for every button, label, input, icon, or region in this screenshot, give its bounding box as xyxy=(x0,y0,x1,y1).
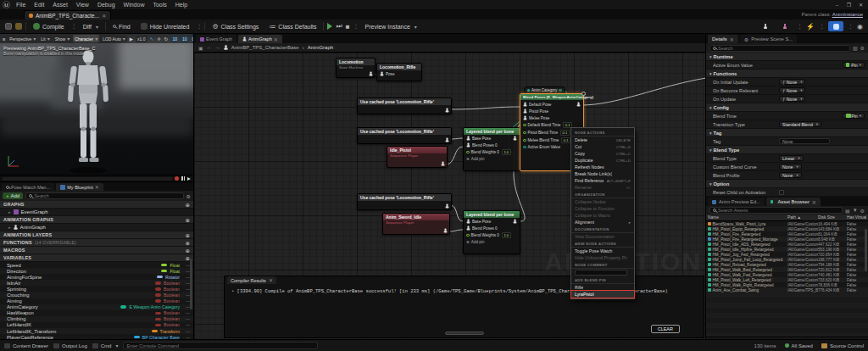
menu-item[interactable]: Tools xyxy=(148,2,170,8)
variable-row[interactable]: Crouching Boolean — xyxy=(0,292,193,298)
source-control-status[interactable]: Source Control xyxy=(821,343,864,348)
context-menu-item[interactable]: Copy CTRL+C xyxy=(571,150,634,157)
filter-icon[interactable]: ▼ xyxy=(853,208,858,213)
variable-row[interactable]: Climbing Boolean — xyxy=(0,316,193,322)
variable-visibility-icon[interactable]: — xyxy=(183,292,190,298)
tab-anim-preview-editor[interactable]: Anim Preview Ed... xyxy=(708,198,765,206)
context-menu-item[interactable]: Collapse to Macro xyxy=(571,212,634,219)
content-drawer-button[interactable]: Content Drawer xyxy=(4,343,48,348)
transition-type-dropdown[interactable]: Standard Blend xyxy=(779,121,821,128)
back-icon[interactable]: ← xyxy=(207,45,212,50)
display-filter-icon[interactable]: ▥ xyxy=(853,45,858,51)
menu-item[interactable]: File xyxy=(12,2,30,8)
variable-visibility-icon[interactable]: — xyxy=(183,329,190,334)
settings-gear-icon[interactable]: ⚙ xyxy=(860,45,865,51)
close-tab-icon[interactable] xyxy=(730,36,734,42)
asset-row[interactable]: HM_Pistol_Idle_ADS_Retargeted /All/Game/… xyxy=(706,242,868,247)
on-initial-update-dropdown[interactable]: ƒNone xyxy=(779,79,805,86)
blend-profile-dropdown[interactable]: None xyxy=(779,172,802,179)
maximize-button[interactable]: ❐ xyxy=(843,1,854,8)
asset-row[interactable]: HM_Pistol_Jog_Fwd_Retargeted /All/Game/C… xyxy=(706,252,868,257)
pose-input-pin[interactable] xyxy=(381,72,384,76)
add-pin-button[interactable]: Add pin xyxy=(464,239,520,245)
menu-item[interactable]: Debug xyxy=(93,2,120,8)
add-button[interactable]: +Add xyxy=(3,192,23,199)
frame-skip-icon[interactable]: ⏭ xyxy=(336,22,342,31)
context-menu-item[interactable]: Rename F2 xyxy=(571,184,634,191)
context-menu-item[interactable]: Hide Unbound Property Pins xyxy=(571,254,634,261)
float-input-pin[interactable] xyxy=(523,124,526,127)
asset-row[interactable]: HM_Pistol_Jump_Fall_Loop_Retargeted /All… xyxy=(706,257,868,262)
asset-row[interactable]: HM_Pistol_Reload_Retargeted /All/Game/Cu… xyxy=(706,262,868,267)
grid-snap-value[interactable]: 10 xyxy=(170,36,179,42)
find-button[interactable]: Find xyxy=(109,22,134,31)
section-animation-graphs[interactable]: ANIMATION GRAPHS⊕ xyxy=(0,216,193,224)
column-has-virtualized-data[interactable]: Has Virtualized Data xyxy=(847,215,866,220)
scrollbar[interactable] xyxy=(865,229,867,271)
node-layered-blend-1[interactable]: Layered blend per bone Base Pose Blend P… xyxy=(463,127,520,171)
viewport-option-button[interactable]: LOD Auto xyxy=(101,35,127,42)
menu-item[interactable]: Window xyxy=(120,2,149,8)
bookmarks-icon[interactable]: ▣ xyxy=(198,45,203,51)
rotation-snap-value[interactable]: 10 xyxy=(181,36,189,42)
context-menu-item[interactable]: NODE COMMENT xyxy=(571,262,634,269)
my-blueprint-search[interactable] xyxy=(25,192,183,199)
section-config[interactable]: Config xyxy=(706,103,868,112)
section-tag[interactable]: Tag xyxy=(706,129,868,137)
column-name[interactable]: Name xyxy=(708,215,787,220)
rotate-tool-icon[interactable]: ↻ xyxy=(164,36,170,42)
select-tool-icon[interactable]: ↖ xyxy=(149,36,155,42)
tab-anim-graph[interactable]: AnimGraph xyxy=(238,35,282,43)
minimize-button[interactable]: – xyxy=(832,1,843,8)
column-path[interactable]: Path ▲ xyxy=(787,215,818,220)
add-function-icon[interactable]: ⊕ xyxy=(186,240,190,246)
debug-options-icon[interactable]: ⋮ xyxy=(848,23,853,30)
variable-row[interactable]: LeftHandIK Boolean — xyxy=(0,322,193,328)
enum-output-pin[interactable] xyxy=(559,89,562,92)
console-command-box[interactable] xyxy=(123,342,318,349)
add-graph-icon[interactable]: ⊕ xyxy=(186,202,190,208)
tab-pose-watch-manager[interactable]: Pose Watch Man... xyxy=(2,183,54,191)
browse-content-icon[interactable] xyxy=(15,23,22,30)
pose-output-pin[interactable] xyxy=(446,109,449,113)
weight-value[interactable]: 1.0 xyxy=(502,149,511,155)
all-saved-status[interactable]: All Saved xyxy=(785,343,813,348)
pose-output-pin[interactable] xyxy=(446,204,449,209)
blend-weight-pin[interactable] xyxy=(466,234,470,237)
hide-unrelated-options-icon[interactable]: ⋮ xyxy=(196,23,201,30)
section-functions[interactable]: FUNCTIONS(14 OVERRIDABLE)⊕ xyxy=(0,239,193,247)
variable-visibility-icon[interactable]: — xyxy=(183,310,190,315)
asset-document-tab[interactable]: AnimBP_TPS_Characte... xyxy=(24,10,111,20)
play-speed-icon[interactable]: ▶ xyxy=(129,36,134,42)
pose-output-pin[interactable] xyxy=(514,136,517,141)
blend-type-dropdown[interactable]: Linear xyxy=(779,155,804,162)
variable-visibility-icon[interactable]: — xyxy=(183,275,190,280)
variable-row[interactable]: Speed Float — xyxy=(0,262,193,268)
more-options-icon[interactable]: ⋮ xyxy=(797,23,802,30)
blend-time-pin-dropdown[interactable]: Pin xyxy=(843,113,865,120)
item-event-graph[interactable]: ▸EventGraph xyxy=(0,209,193,216)
asset-table-header[interactable]: Name Path ▲ Disk Size Has Virtualized Da… xyxy=(706,214,868,221)
details-search-input[interactable] xyxy=(718,46,847,51)
pose-output-pin[interactable] xyxy=(446,138,449,142)
parent-class-link[interactable]: AnimInstance xyxy=(832,12,863,17)
context-menu-item[interactable]: Collapse to Function xyxy=(571,205,634,212)
tab-compiler-results[interactable]: Compiler Results xyxy=(227,276,276,284)
play-icon[interactable] xyxy=(327,23,332,30)
asset-row[interactable]: BlendSpace_Walk_Pistol_Lyra /All/Game/Cu… xyxy=(706,221,868,226)
context-menu-item[interactable]: ANIM NODE ACTIONS xyxy=(571,241,634,248)
float-input-pin[interactable] xyxy=(523,131,526,135)
add-macro-icon[interactable]: ⊕ xyxy=(186,248,190,254)
menu-item[interactable]: Asset xyxy=(48,2,72,8)
section-animation-layers[interactable]: ANIMATION LAYERS⊕ xyxy=(0,231,193,239)
settings-gear-icon[interactable]: ⚙ xyxy=(860,208,865,214)
horizontal-scrollbar[interactable] xyxy=(445,332,484,335)
variable-row[interactable]: AnimCategory E Weapon Anim Category — xyxy=(0,304,193,310)
hide-unrelated-button[interactable]: Hide Unrelated xyxy=(137,21,193,31)
pose-input-pin[interactable] xyxy=(524,109,527,114)
node-layered-blend-2[interactable]: Layered blend per bone Base Pose Blend P… xyxy=(463,210,520,254)
output-log-button[interactable]: Output Log xyxy=(53,343,87,348)
viewport-option-button[interactable]: Show xyxy=(53,35,72,42)
preview-animation-icon[interactable] xyxy=(777,21,793,31)
context-menu-item[interactable]: Rifle xyxy=(571,284,634,291)
